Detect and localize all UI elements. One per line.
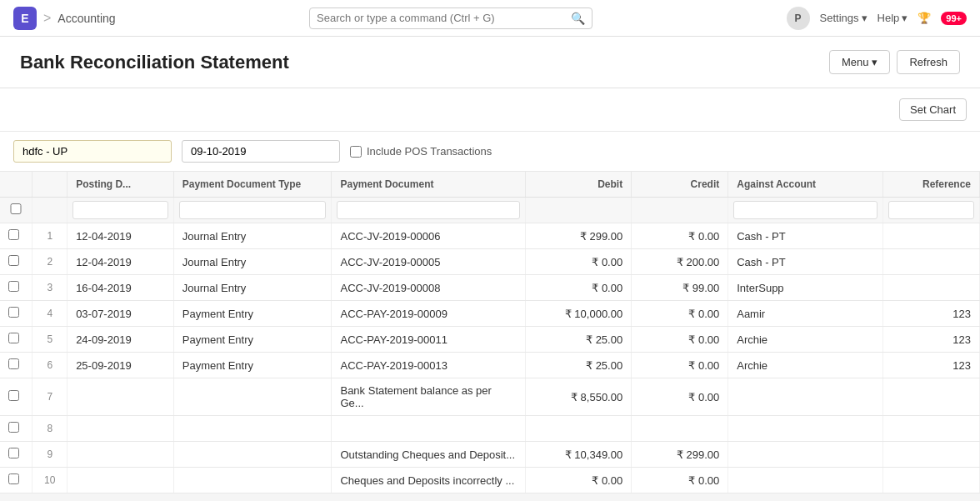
search-box: 🔍 [309, 8, 592, 29]
row-checkbox-0[interactable] [8, 229, 19, 240]
avatar[interactable]: P [787, 7, 810, 30]
table-body: 1 12-04-2019 Journal Entry ACC-JV-2019-0… [0, 223, 980, 493]
row-type-9 [173, 468, 332, 493]
search-input[interactable] [317, 12, 566, 24]
settings-chevron-icon: ▾ [862, 12, 868, 24]
reconciliation-table: Posting D... Payment Document Type Payme… [0, 172, 980, 493]
row-checkbox-8[interactable] [8, 448, 19, 458]
row-checkbox-1[interactable] [8, 255, 19, 266]
col-header-num [32, 172, 68, 198]
row-checkbox-6[interactable] [8, 390, 19, 401]
filter-check [0, 198, 32, 223]
top-nav: E > Accounting 🔍 P Settings ▾ Help ▾ 🏆 9… [0, 0, 980, 37]
row-checkbox-2[interactable] [8, 281, 19, 292]
row-date-8 [68, 442, 174, 468]
row-against-9 [728, 468, 883, 493]
filter-date-input[interactable] [72, 201, 168, 219]
help-button[interactable]: Help ▾ [878, 12, 908, 24]
row-credit-7 [632, 416, 728, 442]
app-icon[interactable]: E [13, 7, 37, 30]
date-input[interactable] [182, 140, 340, 163]
row-debit-6: ₹ 8,550.00 [525, 378, 632, 416]
row-check-8[interactable] [0, 442, 32, 468]
table-row: 2 12-04-2019 Journal Entry ACC-JV-2019-0… [0, 249, 980, 275]
row-type-2: Journal Entry [173, 275, 332, 301]
filter-against-input[interactable] [733, 201, 878, 219]
menu-button[interactable]: Menu ▾ [829, 50, 891, 74]
row-debit-9: ₹ 0.00 [525, 468, 632, 493]
row-check-7[interactable] [0, 416, 32, 442]
header-actions: Menu ▾ Refresh [829, 50, 960, 74]
row-ref-4: 123 [882, 327, 979, 353]
page-title: Bank Reconciliation Statement [20, 52, 289, 73]
set-chart-button[interactable]: Set Chart [899, 98, 967, 121]
row-ref-8 [882, 442, 979, 468]
row-doc-3: ACC-PAY-2019-00009 [332, 301, 525, 327]
row-ref-2 [882, 275, 979, 301]
page-header: Bank Reconciliation Statement Menu ▾ Ref… [0, 37, 980, 88]
row-ref-5: 123 [882, 353, 979, 378]
row-type-7 [173, 416, 332, 442]
row-checkbox-4[interactable] [8, 333, 19, 343]
row-ref-9 [882, 468, 979, 493]
trophy-icon: 🏆 [918, 12, 931, 24]
filter-doc-input[interactable] [337, 201, 519, 219]
row-credit-6: ₹ 0.00 [632, 378, 728, 416]
row-check-1[interactable] [0, 249, 32, 275]
row-ref-0 [882, 223, 979, 249]
nav-right: P Settings ▾ Help ▾ 🏆 99+ [787, 7, 967, 30]
row-checkbox-5[interactable] [8, 358, 19, 369]
row-credit-9: ₹ 0.00 [632, 468, 728, 493]
row-checkbox-3[interactable] [8, 307, 19, 318]
settings-button[interactable]: Settings ▾ [820, 12, 868, 24]
row-against-7 [728, 416, 883, 442]
row-check-5[interactable] [0, 353, 32, 378]
row-debit-5: ₹ 25.00 [525, 353, 632, 378]
row-check-9[interactable] [0, 468, 32, 493]
row-date-7 [68, 416, 174, 442]
row-num-0: 1 [32, 223, 68, 249]
row-date-1: 12-04-2019 [68, 249, 174, 275]
row-debit-2: ₹ 0.00 [525, 275, 632, 301]
table-container: Posting D... Payment Document Type Payme… [0, 172, 980, 493]
row-check-0[interactable] [0, 223, 32, 249]
filter-date [68, 198, 174, 223]
filter-ref-input[interactable] [888, 201, 974, 219]
row-ref-7 [882, 416, 979, 442]
help-label: Help [878, 12, 900, 24]
row-against-0: Cash - PT [728, 223, 883, 249]
row-type-3: Payment Entry [173, 301, 332, 327]
row-checkbox-7[interactable] [8, 422, 19, 433]
row-against-6 [728, 378, 883, 416]
table-filter-row [0, 198, 980, 223]
select-all-checkbox[interactable] [5, 203, 27, 214]
row-credit-3: ₹ 0.00 [632, 301, 728, 327]
filter-bar-right: Set Chart [899, 98, 967, 121]
row-num-2: 3 [32, 275, 68, 301]
filter-against [728, 198, 883, 223]
row-check-4[interactable] [0, 327, 32, 353]
include-pos-checkbox[interactable] [350, 146, 362, 158]
menu-chevron-icon: ▾ [872, 56, 878, 68]
account-input[interactable] [13, 140, 172, 163]
notification-badge[interactable]: 99+ [941, 12, 967, 25]
filter-credit [632, 198, 728, 223]
row-check-3[interactable] [0, 301, 32, 327]
row-credit-5: ₹ 0.00 [632, 353, 728, 378]
table-row: 6 25-09-2019 Payment Entry ACC-PAY-2019-… [0, 353, 980, 378]
row-check-2[interactable] [0, 275, 32, 301]
row-check-6[interactable] [0, 378, 32, 416]
menu-label: Menu [842, 56, 869, 68]
row-type-4: Payment Entry [173, 327, 332, 353]
row-date-5: 25-09-2019 [68, 353, 174, 378]
row-checkbox-9[interactable] [8, 473, 19, 484]
filter-type-input[interactable] [179, 201, 327, 219]
refresh-button[interactable]: Refresh [897, 50, 960, 74]
row-credit-4: ₹ 0.00 [632, 327, 728, 353]
row-doc-9: Cheques and Deposits incorrectly ... [332, 468, 525, 493]
row-date-9 [68, 468, 174, 493]
include-pos-label[interactable]: Include POS Transactions [350, 145, 492, 158]
table-header-row: Posting D... Payment Document Type Payme… [0, 172, 980, 198]
breadcrumb[interactable]: Accounting [58, 12, 115, 25]
breadcrumb-separator: > [43, 11, 51, 26]
